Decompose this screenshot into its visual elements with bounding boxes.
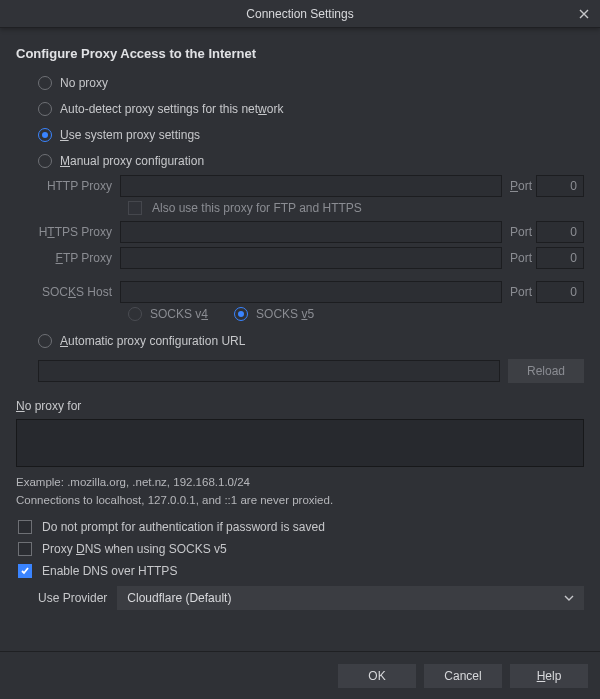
https-proxy-row: HTTPS Proxy Port bbox=[38, 221, 584, 243]
provider-select[interactable]: Cloudflare (Default) bbox=[117, 586, 584, 610]
radio-system-proxy[interactable]: Use system proxy settings bbox=[38, 123, 584, 147]
also-use-label: Also use this proxy for FTP and HTTPS bbox=[152, 201, 362, 215]
http-proxy-label: HTTP Proxy bbox=[38, 179, 120, 193]
no-proxy-label: No proxy for bbox=[16, 399, 584, 413]
https-proxy-host-input[interactable] bbox=[120, 221, 502, 243]
opt-label: Proxy DNS when using SOCKS v5 bbox=[42, 542, 227, 556]
radio-label: No proxy bbox=[60, 76, 108, 90]
reload-button[interactable]: Reload bbox=[508, 359, 584, 383]
checkbox-icon bbox=[128, 201, 142, 215]
radio-icon bbox=[128, 307, 142, 321]
chevron-down-icon bbox=[564, 593, 574, 603]
ftp-proxy-row: FTP Proxy Port bbox=[38, 247, 584, 269]
http-proxy-port-input[interactable] bbox=[536, 175, 584, 197]
ftp-proxy-host-input[interactable] bbox=[120, 247, 502, 269]
radio-label: Auto-detect proxy settings for this netw… bbox=[60, 102, 283, 116]
no-proxy-example: Example: .mozilla.org, .net.nz, 192.168.… bbox=[16, 476, 584, 488]
https-proxy-port-input[interactable] bbox=[536, 221, 584, 243]
http-proxy-host-input[interactable] bbox=[120, 175, 502, 197]
radio-auto-config-url[interactable]: Automatic proxy configuration URL bbox=[38, 329, 584, 353]
provider-value: Cloudflare (Default) bbox=[127, 591, 231, 605]
radio-auto-detect[interactable]: Auto-detect proxy settings for this netw… bbox=[38, 97, 584, 121]
doh-provider-row: Use Provider Cloudflare (Default) bbox=[38, 586, 584, 610]
socks-version-row: SOCKS v4 SOCKS v5 bbox=[128, 307, 584, 321]
window-title: Connection Settings bbox=[246, 7, 353, 21]
auto-config-url-row: Reload bbox=[38, 359, 584, 383]
opt-label: Do not prompt for authentication if pass… bbox=[42, 520, 325, 534]
checkbox-icon bbox=[18, 564, 32, 578]
checkbox-icon bbox=[18, 520, 32, 534]
radio-label: Automatic proxy configuration URL bbox=[60, 334, 245, 348]
port-label: Port bbox=[502, 285, 536, 299]
port-label: Port bbox=[502, 179, 536, 193]
no-proxy-localhost-note: Connections to localhost, 127.0.0.1, and… bbox=[16, 494, 584, 506]
radio-socks-v5[interactable]: SOCKS v5 bbox=[234, 307, 314, 321]
radio-label: Use system proxy settings bbox=[60, 128, 200, 142]
close-icon bbox=[579, 9, 589, 19]
no-proxy-block: No proxy for Example: .mozilla.org, .net… bbox=[16, 399, 584, 506]
no-proxy-textarea[interactable] bbox=[16, 419, 584, 467]
section-header: Configure Proxy Access to the Internet bbox=[16, 46, 584, 61]
auto-config-url-input[interactable] bbox=[38, 360, 500, 382]
http-proxy-row: HTTP Proxy Port bbox=[38, 175, 584, 197]
opt-enable-doh[interactable]: Enable DNS over HTTPS bbox=[18, 564, 584, 578]
ftp-proxy-port-input[interactable] bbox=[536, 247, 584, 269]
port-label: Port bbox=[502, 225, 536, 239]
https-proxy-label: HTTPS Proxy bbox=[38, 225, 120, 239]
socks-host-row: SOCKS Host Port bbox=[38, 281, 584, 303]
socks-host-input[interactable] bbox=[120, 281, 502, 303]
radio-label: Manual proxy configuration bbox=[60, 154, 204, 168]
radio-manual-proxy[interactable]: Manual proxy configuration bbox=[38, 149, 584, 173]
radio-icon bbox=[38, 154, 52, 168]
help-button[interactable]: Help bbox=[510, 664, 588, 688]
radio-no-proxy[interactable]: No proxy bbox=[38, 71, 584, 95]
provider-label: Use Provider bbox=[38, 591, 107, 605]
port-label: Port bbox=[502, 251, 536, 265]
ftp-proxy-label: FTP Proxy bbox=[38, 251, 120, 265]
opt-label: Enable DNS over HTTPS bbox=[42, 564, 177, 578]
cancel-button[interactable]: Cancel bbox=[424, 664, 502, 688]
radio-socks-v4[interactable]: SOCKS v4 bbox=[128, 307, 208, 321]
checkbox-icon bbox=[18, 542, 32, 556]
socks-host-label: SOCKS Host bbox=[38, 285, 120, 299]
titlebar: Connection Settings bbox=[0, 0, 600, 28]
radio-icon bbox=[38, 102, 52, 116]
opt-dont-prompt[interactable]: Do not prompt for authentication if pass… bbox=[18, 520, 584, 534]
close-button[interactable] bbox=[568, 0, 600, 28]
radio-icon bbox=[234, 307, 248, 321]
socks-port-input[interactable] bbox=[536, 281, 584, 303]
dialog-footer: OK Cancel Help bbox=[0, 651, 600, 699]
radio-icon bbox=[38, 334, 52, 348]
options-block: Do not prompt for authentication if pass… bbox=[16, 520, 584, 610]
radio-icon bbox=[38, 76, 52, 90]
opt-proxy-dns[interactable]: Proxy DNS when using SOCKS v5 bbox=[18, 542, 584, 556]
radio-label: SOCKS v4 bbox=[150, 307, 208, 321]
ok-button[interactable]: OK bbox=[338, 664, 416, 688]
also-use-proxy-row[interactable]: Also use this proxy for FTP and HTTPS bbox=[128, 201, 584, 215]
radio-icon bbox=[38, 128, 52, 142]
radio-label: SOCKS v5 bbox=[256, 307, 314, 321]
dialog-content: Configure Proxy Access to the Internet N… bbox=[0, 28, 600, 620]
